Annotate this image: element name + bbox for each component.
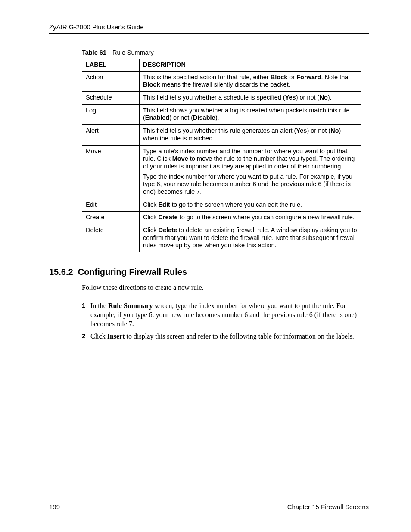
section-intro: Follow these directions to create a new … <box>82 284 369 292</box>
page-footer: 199 Chapter 15 Firewall Screens <box>49 501 369 510</box>
table-caption-title: Rule Summary <box>112 49 154 56</box>
table-row: DeleteClick Delete to delete an existing… <box>82 224 361 252</box>
list-item: 1In the Rule Summary screen, type the in… <box>82 301 369 328</box>
steps-list: 1In the Rule Summary screen, type the in… <box>82 301 369 341</box>
row-description: This field tells you whether this rule g… <box>140 125 361 145</box>
section-heading: 15.6.2 Configuring Firewall Rules <box>49 267 369 277</box>
step-number: 2 <box>82 332 85 340</box>
section-number: 15.6.2 <box>49 267 73 277</box>
table-row: ScheduleThis field tells you whether a s… <box>82 92 361 105</box>
table-header-description: DESCRIPTION <box>140 59 361 72</box>
table-row: CreateClick Create to go to the screen w… <box>82 212 361 224</box>
guide-title: ZyAIR G-2000 Plus User's Guide <box>49 23 144 31</box>
table-row: ActionThis is the specified action for t… <box>82 71 361 91</box>
table-body: ActionThis is the specified action for t… <box>82 71 361 252</box>
row-label: Log <box>82 104 140 124</box>
rule-summary-table: LABEL DESCRIPTION ActionThis is the spec… <box>82 59 361 252</box>
row-label: Action <box>82 71 140 91</box>
table-header-label: LABEL <box>82 59 140 72</box>
row-description: Click Delete to delete an existing firew… <box>140 224 361 252</box>
row-label: Edit <box>82 199 140 212</box>
step-number: 1 <box>82 301 85 310</box>
chapter-label: Chapter 15 Firewall Screens <box>287 503 369 510</box>
row-description: This field tells you whether a schedule … <box>140 92 361 105</box>
table-header-row: LABEL DESCRIPTION <box>82 59 361 72</box>
table-row: LogThis field shows you whether a log is… <box>82 104 361 124</box>
document-page: ZyAIR G-2000 Plus User's Guide Table 61 … <box>0 0 411 532</box>
row-label: Delete <box>82 224 140 252</box>
table-row: AlertThis field tells you whether this r… <box>82 125 361 145</box>
list-item: 2Click Insert to display this screen and… <box>82 332 369 341</box>
section-title: Configuring Firewall Rules <box>78 267 187 277</box>
running-header: ZyAIR G-2000 Plus User's Guide <box>49 23 369 34</box>
table-row: EditClick Edit to go to the screen where… <box>82 199 361 212</box>
step-text: In the Rule Summary screen, type the ind… <box>90 302 357 327</box>
row-description: Type a rule's index number and the numbe… <box>140 145 361 199</box>
table-row: MoveType a rule's index number and the n… <box>82 145 361 199</box>
row-description: This is the specified action for that ru… <box>140 71 361 91</box>
table-caption: Table 61 Rule Summary <box>82 49 369 56</box>
table-block: Table 61 Rule Summary LABEL DESCRIPTION … <box>82 49 369 252</box>
row-description: This field shows you whether a log is cr… <box>140 104 361 124</box>
table-caption-label: Table 61 <box>82 49 106 56</box>
row-label: Create <box>82 212 140 224</box>
row-label: Move <box>82 145 140 199</box>
row-description: Click Edit to go to the screen where you… <box>140 199 361 212</box>
row-label: Alert <box>82 125 140 145</box>
row-description: Click Create to go to the screen where y… <box>140 212 361 224</box>
page-number: 199 <box>49 503 60 510</box>
step-text: Click Insert to display this screen and … <box>90 333 354 340</box>
row-label: Schedule <box>82 92 140 105</box>
